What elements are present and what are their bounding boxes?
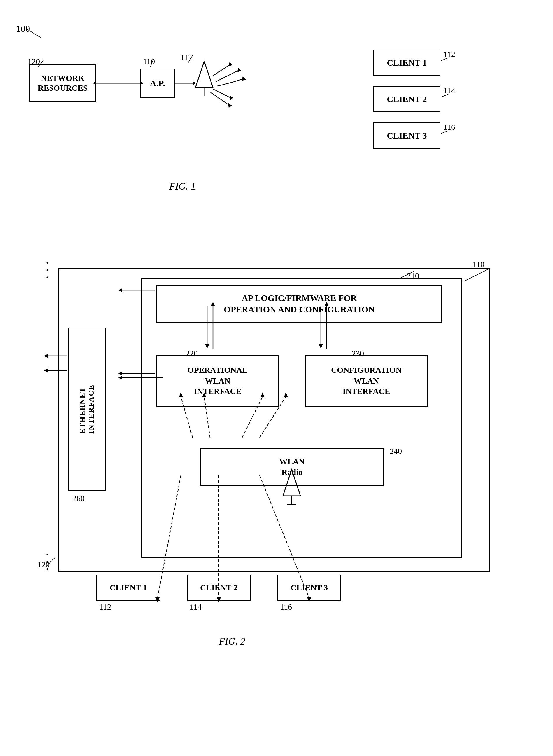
ref-240: 240 xyxy=(390,446,402,456)
ref-110-arrow xyxy=(149,60,158,69)
svg-line-56 xyxy=(47,557,56,566)
svg-marker-9 xyxy=(242,76,246,81)
ethernet-label: ETHERNETINTERFACE xyxy=(78,385,96,434)
client1-box-fig1: CLIENT 1 xyxy=(373,50,441,76)
svg-marker-8 xyxy=(237,68,241,72)
client1-label-fig1: CLIENT 1 xyxy=(387,58,427,68)
fig2-diagram: 110 210 · · · · · · ETHERNETINTERFACE 26… xyxy=(0,245,553,755)
svg-marker-34 xyxy=(44,354,48,358)
fig1-diagram: 100 120 NETWORKRESOURCES 110 A.P. 111 CL… xyxy=(0,12,553,239)
ap-label: A.P. xyxy=(150,78,165,88)
wlan-radio-label: WLANRadio xyxy=(279,456,305,478)
client2-label-fig1: CLIENT 2 xyxy=(387,94,427,104)
svg-marker-7 xyxy=(229,62,232,66)
dots-top: · · · xyxy=(42,260,53,279)
ref-116-fig2: 116 xyxy=(280,602,292,612)
svg-line-15 xyxy=(188,56,192,63)
cfg-wlan-interface-box: CONFIGURATIONWLANINTERFACE xyxy=(305,355,427,407)
svg-line-17 xyxy=(441,94,448,97)
ref-110-fig2: 110 xyxy=(473,260,484,269)
svg-line-18 xyxy=(441,131,448,134)
client3-box-fig1: CLIENT 3 xyxy=(373,122,441,149)
ref-114-fig2: 114 xyxy=(189,602,202,612)
client2-label-fig2: CLIENT 2 xyxy=(200,583,237,592)
client3-label-fig1: CLIENT 3 xyxy=(387,131,427,141)
ref-100-arrow xyxy=(27,28,44,39)
fig1-svg xyxy=(0,12,553,239)
client3-box-fig2: CLIENT 3 xyxy=(277,575,341,601)
fig2-outer-box: · · · · · · ETHERNETINTERFACE 260 AP LOG… xyxy=(58,268,490,572)
svg-line-14 xyxy=(150,60,153,67)
fig2-inner-box: AP LOGIC/FIRMWARE FOROPERATION AND CONFI… xyxy=(141,278,462,558)
client2-box-fig2: CLIENT 2 xyxy=(187,575,251,601)
svg-line-12 xyxy=(27,29,42,38)
ref-111-arrow xyxy=(187,56,198,64)
svg-marker-4 xyxy=(192,81,196,85)
svg-marker-5 xyxy=(195,61,213,87)
client3-label-fig2: CLIENT 3 xyxy=(291,583,328,592)
ap-logic-box: AP LOGIC/FIRMWARE FOROPERATION AND CONFI… xyxy=(156,285,442,323)
wlan-radio-box: WLANRadio xyxy=(200,448,384,486)
op-wlan-label: OPERATIONALWLANINTERFACE xyxy=(187,365,248,397)
svg-line-16 xyxy=(441,58,448,61)
ap-logic-label: AP LOGIC/FIRMWARE FOROPERATION AND CONFI… xyxy=(224,292,375,315)
fig2-caption: FIG. 2 xyxy=(219,636,245,647)
op-wlan-interface-box: OPERATIONALWLANINTERFACE xyxy=(156,355,279,407)
ref-260: 260 xyxy=(72,494,85,503)
svg-marker-36 xyxy=(44,368,48,372)
ref-112-arrow xyxy=(441,58,450,65)
ref-116-arrow xyxy=(441,131,450,138)
ref-112-fig2: 112 xyxy=(99,602,111,612)
ref-114-arrow xyxy=(441,94,450,101)
svg-marker-10 xyxy=(230,96,233,100)
ap-box: A.P. xyxy=(140,69,175,98)
client1-label-fig2: CLIENT 1 xyxy=(110,583,147,592)
ethernet-interface-box: ETHERNETINTERFACE xyxy=(68,328,106,491)
svg-marker-11 xyxy=(228,103,232,108)
network-resources-label: NETWORKRESOURCES xyxy=(37,73,87,93)
network-resources-box: NETWORKRESOURCES xyxy=(29,64,96,102)
ref-120-arrow-fig2 xyxy=(44,557,58,567)
cfg-wlan-label: CONFIGURATIONWLANINTERFACE xyxy=(331,365,402,397)
client1-box-fig2: CLIENT 1 xyxy=(96,575,160,601)
fig1-caption: FIG. 1 xyxy=(169,181,196,192)
client2-box-fig1: CLIENT 2 xyxy=(373,86,441,112)
